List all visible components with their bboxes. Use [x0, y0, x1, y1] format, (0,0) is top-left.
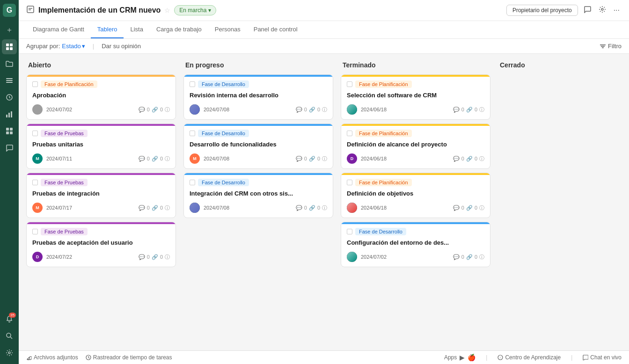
- card-date: 2024/07/02: [46, 107, 135, 112]
- info-icon: ⓘ: [479, 155, 484, 162]
- group-by-value[interactable]: Estado ▾: [62, 43, 85, 50]
- svg-rect-5: [6, 80, 13, 81]
- nav-tabs: Diagrama de Gantt Tablero Lista Carga de…: [19, 21, 629, 39]
- card-date: 2024/07/17: [46, 205, 135, 211]
- svg-rect-10: [11, 111, 12, 117]
- tab-panel[interactable]: Panel de control: [247, 21, 304, 38]
- star-icon[interactable]: ☆: [164, 7, 170, 14]
- card-date: 2024/07/08: [204, 107, 292, 112]
- phase-label: Fase de Pruebas: [41, 130, 88, 137]
- svg-point-17: [8, 352, 10, 354]
- card-meta: 💬0 🔗0 ⓘ: [139, 254, 170, 261]
- card-definicion-alcance[interactable]: Fase de Planificación Definición de alca…: [341, 124, 490, 169]
- card-pruebas-unitarias[interactable]: Fase de Pruebas Pruebas unitarias M 2024…: [26, 124, 176, 169]
- card-title: Definición de objetivos: [341, 188, 490, 201]
- tab-carga[interactable]: Carga de trabajo: [150, 21, 208, 38]
- live-chat-button[interactable]: Chat en vivo: [583, 354, 622, 361]
- link-icon: 🔗: [152, 107, 158, 113]
- card-date: 2024/06/18: [361, 205, 449, 211]
- svg-rect-3: [10, 47, 13, 50]
- chart-icon[interactable]: [2, 107, 17, 122]
- card-title: Pruebas de aceptación del usuario: [27, 237, 176, 250]
- play-icon[interactable]: ▶: [460, 354, 465, 361]
- plus-icon[interactable]: ＋: [2, 22, 17, 37]
- link-icon: 🔗: [466, 107, 473, 113]
- card-desarrollo-func[interactable]: Fase de Desarrollo Desarrollo de funcion…: [183, 124, 333, 169]
- card-pruebas-integracion[interactable]: Fase de Pruebas Pruebas de integración M…: [26, 173, 176, 218]
- card-aprobacion[interactable]: Fase de Planificación Aprobación 2024/07…: [26, 74, 176, 120]
- phase-label: Fase de Desarrollo: [198, 179, 249, 186]
- card-meta: 💬0 🔗0 ⓘ: [296, 204, 327, 211]
- comment-icon: 💬: [453, 107, 460, 113]
- svg-line-16: [10, 337, 12, 339]
- card-title: Configuración del entorno de des...: [341, 237, 490, 250]
- info-icon: ⓘ: [165, 204, 170, 211]
- apple-icon[interactable]: 🍎: [468, 354, 475, 361]
- tab-gantt[interactable]: Diagrama de Gantt: [26, 21, 91, 38]
- tab-lista[interactable]: Lista: [124, 21, 149, 38]
- folder-icon[interactable]: [2, 56, 17, 71]
- phase-checkbox: [347, 180, 352, 185]
- card-title: Pruebas de integración: [27, 188, 176, 201]
- phase-label: Fase de Desarrollo: [355, 228, 406, 235]
- avatar: [190, 203, 200, 213]
- search-icon[interactable]: [2, 328, 17, 343]
- column-terminado: Terminado Fase de Planificación Selecció…: [341, 61, 490, 343]
- card-definicion-objetivos[interactable]: Fase de Planificación Definición de obje…: [341, 173, 490, 218]
- learning-center-button[interactable]: Centro de Aprendizaje: [497, 354, 561, 361]
- clock-icon[interactable]: [2, 90, 17, 105]
- column-title-cerrado: Cerrado: [498, 61, 582, 69]
- gear-icon[interactable]: [597, 4, 608, 17]
- footer-sep1: |: [486, 354, 487, 361]
- avatar: [190, 104, 200, 115]
- card-meta: 💬0 🔗0 ⓘ: [453, 204, 484, 211]
- svg-rect-2: [6, 47, 9, 50]
- card-date: 2024/07/22: [46, 254, 135, 260]
- link-icon: 🔗: [466, 254, 473, 260]
- avatar: D: [32, 252, 43, 262]
- owner-button[interactable]: Propietario del proyecto: [506, 5, 578, 16]
- card-configuracion-entorno[interactable]: Fase de Desarrollo Configuración del ent…: [341, 222, 490, 267]
- card-title: Desarrollo de funcionalidades: [184, 139, 333, 152]
- comment-icon: 💬: [296, 205, 302, 211]
- svg-rect-13: [6, 131, 9, 134]
- time-tracker-button[interactable]: Rastreador de tiempo de tareas: [86, 354, 172, 361]
- card-revision[interactable]: Fase de Desarrollo Revisión interna del …: [183, 74, 333, 120]
- card-integracion-crm[interactable]: Fase de Desarrollo Integración del CRM c…: [183, 173, 333, 218]
- tab-tablero[interactable]: Tablero: [91, 21, 124, 38]
- column-title-terminado: Terminado: [341, 61, 490, 69]
- list-icon[interactable]: [2, 73, 17, 88]
- logo[interactable]: G: [3, 4, 16, 17]
- svg-rect-4: [6, 78, 13, 79]
- kanban-board: Abierto Fase de Planificación Aprobación…: [19, 54, 629, 350]
- comments-icon[interactable]: [582, 4, 593, 17]
- comment-icon: 💬: [453, 205, 460, 211]
- link-icon: 🔗: [152, 156, 158, 162]
- card-meta: 💬0 🔗0 ⓘ: [139, 155, 170, 162]
- svg-point-21: [601, 8, 603, 10]
- settings-icon[interactable]: [2, 345, 17, 360]
- card-meta: 💬0 🔗0 ⓘ: [139, 106, 170, 113]
- home-icon[interactable]: [2, 39, 17, 54]
- column-title-abierto: Abierto: [26, 61, 176, 69]
- more-icon[interactable]: ···: [612, 4, 622, 16]
- bell-icon[interactable]: 35: [2, 312, 17, 327]
- status-badge[interactable]: En marcha ▾: [174, 5, 216, 15]
- column-cerrado: Cerrado: [498, 61, 582, 343]
- card-seleccion-software[interactable]: Fase de Planificación Selección del soft…: [341, 74, 490, 120]
- card-date: 2024/06/18: [361, 107, 449, 112]
- card-meta: 💬0 🔗0 ⓘ: [296, 106, 327, 113]
- attachments-button[interactable]: Archivos adjuntos: [26, 354, 78, 361]
- filter-button[interactable]: Filtro: [600, 43, 622, 50]
- phase-checkbox: [347, 81, 352, 87]
- card-pruebas-aceptacion[interactable]: Fase de Pruebas Pruebas de aceptación de…: [26, 222, 176, 267]
- column-title-en-progreso: En progreso: [183, 61, 333, 69]
- tab-personas[interactable]: Personas: [208, 21, 247, 38]
- phase-label: Fase de Desarrollo: [198, 80, 249, 88]
- svg-rect-11: [6, 128, 9, 131]
- svg-rect-18: [27, 6, 34, 13]
- feedback-link[interactable]: Dar su opinión: [102, 43, 141, 50]
- apps-icon[interactable]: [2, 124, 17, 138]
- card-meta: 💬0 🔗0 ⓘ: [453, 254, 484, 261]
- chat-icon[interactable]: [2, 140, 17, 155]
